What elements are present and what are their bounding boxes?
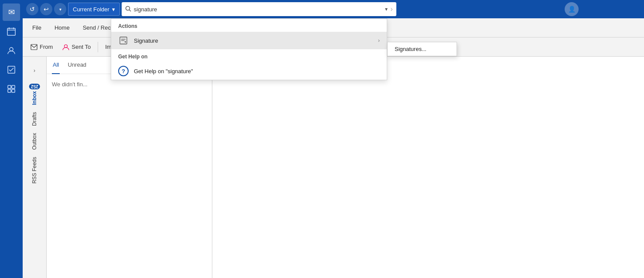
folder-outbox[interactable]: Outbox [31,129,37,153]
refresh-button[interactable]: ↺ [26,3,38,15]
signatures-submenu: Signatures... [387,42,457,56]
undo-button[interactable]: ↩ [40,3,52,15]
sidebar-icon-people[interactable] [3,42,20,59]
get-help-title: Get Help on [111,49,387,62]
signature-item-label: Signature [134,37,373,44]
search-dropdown: Actions Signature › Get Help on ? Get He… [111,18,387,80]
from-label: From [40,44,53,50]
svg-point-4 [10,47,13,51]
outbox-label: Outbox [31,133,37,150]
svg-rect-9 [12,89,15,92]
sidebar-icon-tasks[interactable] [3,61,20,78]
rss-label: RSS Feeds [31,157,37,183]
signature-arrow-icon: › [378,37,380,44]
folder-drafts[interactable]: Drafts [31,108,37,129]
inbox-badge: 252 [29,84,40,89]
filter-tab-unread[interactable]: Unread [67,57,87,74]
search-input[interactable] [134,6,383,13]
titlebar: ↺ ↩ ▾ Current Folder ▾ ▾ › 👤 [23,0,644,18]
get-help-item[interactable]: ? Get Help on "signature" [111,62,387,80]
svg-rect-0 [7,28,15,35]
separator [98,42,98,52]
svg-rect-6 [8,85,11,88]
svg-rect-8 [8,89,11,92]
profile-avatar[interactable]: 👤 [565,2,579,16]
sidebar-icon-apps[interactable] [3,80,20,98]
inbox-label: Inbox [31,91,37,105]
folder-name: Current Folder [73,6,109,13]
signature-action-item[interactable]: Signature › [111,32,387,49]
help-item-label: Get Help on "signature" [134,68,380,75]
signatures-submenu-item[interactable]: Signatures... [388,42,457,56]
mail-list: All Unread We didn't fin... [47,57,212,278]
svg-point-10 [126,6,129,10]
help-circle-icon: ? [118,66,129,76]
sent-to-button[interactable]: Sent To [58,40,95,54]
svg-line-11 [129,10,131,11]
sidebar-icon-calendar[interactable] [3,23,20,40]
drafts-label: Drafts [31,112,37,126]
search-bar: ▾ › [122,2,396,16]
search-dropdown-button[interactable]: ▾ [385,6,388,12]
svg-rect-7 [12,85,15,88]
search-forward-button[interactable]: › [390,5,392,13]
from-button[interactable]: From [26,40,57,54]
folder-dropdown-icon: ▾ [112,6,115,13]
reading-pane [212,57,644,278]
folder-pane: › Inbox 252 Drafts Outbox RSS Feeds [23,57,47,278]
folder-inbox[interactable]: Inbox 252 [29,80,40,108]
search-icon [125,6,131,13]
folder-rss[interactable]: RSS Feeds [31,153,37,187]
filter-tab-all[interactable]: All [52,57,60,74]
svg-rect-12 [31,44,37,50]
sidebar: ✉ [0,0,23,278]
actions-section-title: Actions [111,19,387,32]
tab-home[interactable]: Home [48,20,76,35]
more-actions-button[interactable]: ▾ [54,3,66,15]
expand-folder-pane-button[interactable]: › [29,65,40,76]
sent-to-label: Sent To [72,44,91,50]
sidebar-icon-mail[interactable]: ✉ [3,3,20,21]
signature-icon [118,35,129,46]
folder-selector[interactable]: Current Folder ▾ [68,3,120,16]
tab-file[interactable]: File [26,20,48,35]
